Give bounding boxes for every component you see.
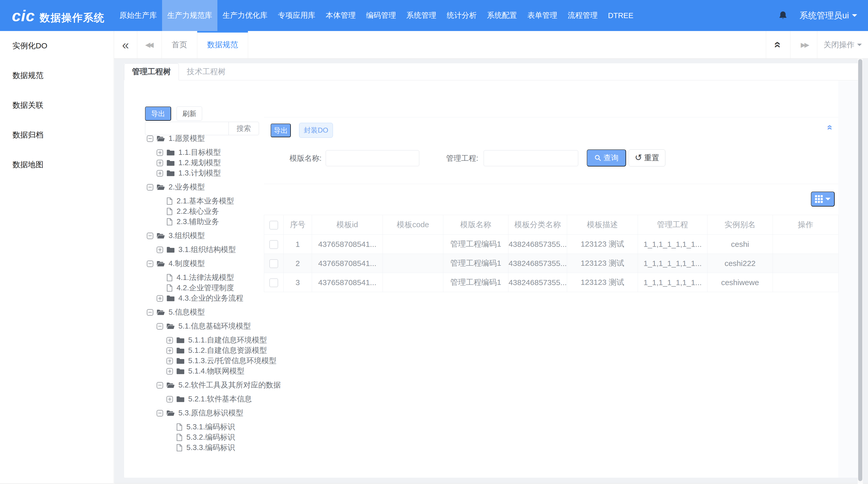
double-arrow-left-icon: ◀◀ <box>145 41 152 49</box>
reset-button[interactable]: ↺ 重置 <box>629 150 665 166</box>
nav-item-11[interactable]: 流程管理 <box>562 0 603 31</box>
management-project-input[interactable] <box>484 150 578 166</box>
select-all-checkbox[interactable] <box>269 221 278 229</box>
close-operations-label: 关闭操作 <box>824 40 855 50</box>
nav-item-3[interactable]: 生产力优化库 <box>217 0 273 31</box>
tree-node[interactable]: 3.组织模型 <box>124 230 264 241</box>
tree-node[interactable]: 5.3.3.编码标识 <box>124 442 264 453</box>
tree-node[interactable]: 2.3.辅助业务 <box>124 217 264 227</box>
tree-node[interactable]: 3.1.组织结构模型 <box>124 245 264 255</box>
row-checkbox[interactable] <box>269 278 278 287</box>
tree-node[interactable]: 5.1.信息基础环境模型 <box>124 321 264 331</box>
table-cell: 437658708541... <box>312 273 383 292</box>
export-button[interactable]: 导出 <box>271 124 291 137</box>
collapse-filters-icon[interactable]: « <box>825 125 835 130</box>
tree-node[interactable]: 1.3.计划模型 <box>124 168 264 178</box>
expand-toggle-icon[interactable] <box>166 368 173 375</box>
user-name: 系统管理员ui <box>799 10 849 21</box>
expand-toggle-icon[interactable] <box>157 160 163 166</box>
tree-node-label: 4.2.企业管理制度 <box>177 283 234 293</box>
expand-toggle-icon[interactable] <box>157 150 163 156</box>
collapse-toggle-icon[interactable] <box>157 410 163 417</box>
sidebar-item-3[interactable]: 数据关联 <box>0 91 114 120</box>
tree-node[interactable]: 5.1.4.物联网模型 <box>124 366 264 376</box>
package-do-button[interactable]: 封装DO <box>299 123 333 138</box>
expand-toggle-icon[interactable] <box>166 337 173 344</box>
tree-node[interactable]: 1.2.规划模型 <box>124 158 264 168</box>
query-button[interactable]: 查询 <box>587 150 626 166</box>
close-operations-menu[interactable]: 关闭操作 <box>817 31 868 59</box>
tree-node[interactable]: 5.1.3.云/托管信息环境模型 <box>124 356 264 366</box>
tree-node[interactable]: 2.业务模型 <box>124 182 264 192</box>
collapse-toggle-icon[interactable] <box>147 135 153 142</box>
tree-node[interactable]: 1.1.目标模型 <box>124 147 264 158</box>
tree-export-button[interactable]: 导出 <box>145 106 171 121</box>
row-checkbox[interactable] <box>269 259 278 268</box>
tree-node[interactable]: 5.3.原信息标识模型 <box>124 408 264 418</box>
expand-toggle-icon[interactable] <box>157 170 163 176</box>
tabs-scroll-left-button[interactable]: ◀◀ <box>137 31 162 59</box>
notification-bell-icon[interactable] <box>778 10 788 21</box>
row-checkbox[interactable] <box>269 240 278 249</box>
nav-item-1[interactable]: 原始生产库 <box>114 0 162 31</box>
tree-node[interactable]: 2.2.核心业务 <box>124 206 264 217</box>
nav-item-2[interactable]: 生产力规范库 <box>162 0 217 31</box>
scrollbar-thumb[interactable] <box>858 59 862 481</box>
table-row: 3437658708541...管理工程编码1438246857355...12… <box>264 273 838 292</box>
tabs-scroll-right-button[interactable]: ▶▶ <box>790 31 817 59</box>
window-scrollbar[interactable] <box>858 59 863 484</box>
table-cell: 1_1,1_1_1,1_1... <box>638 235 707 254</box>
nav-item-4[interactable]: 专项应用库 <box>273 0 321 31</box>
sidebar-item-5[interactable]: 数据地图 <box>0 150 114 180</box>
tree-node[interactable]: 5.信息模型 <box>124 307 264 317</box>
nav-item-10[interactable]: 表单管理 <box>522 0 562 31</box>
nav-item-8[interactable]: 统计分析 <box>442 0 482 31</box>
collapse-toggle-icon[interactable] <box>157 323 163 330</box>
brand-logo[interactable]: cic 数据操作系统 <box>0 7 114 25</box>
tree-node[interactable]: 4.制度模型 <box>124 258 264 269</box>
expand-toggle-icon[interactable] <box>166 347 173 354</box>
card-tab-2[interactable]: 技术工程树 <box>179 63 234 80</box>
tree-node[interactable]: 5.3.2.编码标识 <box>124 432 264 442</box>
nav-item-7[interactable]: 系统管理 <box>401 0 442 31</box>
sidebar-collapse-button[interactable]: « <box>114 31 137 59</box>
expand-toggle-icon[interactable] <box>166 358 173 364</box>
page-tab-2[interactable]: 数据规范 <box>197 31 248 59</box>
nav-item-5[interactable]: 本体管理 <box>321 0 361 31</box>
tree-node[interactable]: 2.1.基本业务模型 <box>124 196 264 206</box>
user-menu[interactable]: 系统管理员ui <box>799 10 857 21</box>
expand-toggle-icon[interactable] <box>157 295 163 302</box>
tree-node-label: 5.3.3.编码标识 <box>186 442 235 453</box>
table-cell: ceshiwewe <box>707 273 773 292</box>
sidebar-item-1[interactable]: 实例化DO <box>0 31 114 61</box>
sidebar-item-2[interactable]: 数据规范 <box>0 61 114 91</box>
nav-item-12[interactable]: DTREE <box>603 0 639 31</box>
collapse-toggle-icon[interactable] <box>147 260 153 267</box>
tree-node[interactable]: 5.2.软件工具及其所对应的数据 <box>124 380 264 390</box>
tree-node[interactable]: 5.3.1.编码标识 <box>124 422 264 432</box>
tree-node[interactable]: 1.愿景模型 <box>124 133 264 144</box>
nav-item-9[interactable]: 系统配置 <box>482 0 522 31</box>
collapse-toggle-icon[interactable] <box>147 309 153 316</box>
tree-node[interactable]: 4.2.企业管理制度 <box>124 283 264 293</box>
expand-toggle-icon[interactable] <box>157 247 163 253</box>
sidebar-item-4[interactable]: 数据归档 <box>0 120 114 150</box>
collapse-toggle-icon[interactable] <box>157 382 163 389</box>
tree-node[interactable]: 5.1.1.自建信息环境模型 <box>124 335 264 345</box>
expand-toggle-icon[interactable] <box>166 396 173 402</box>
scroll-to-top-button[interactable]: « <box>766 31 790 59</box>
cic-logo: cic <box>12 7 35 25</box>
column-settings-button[interactable] <box>811 192 835 206</box>
page-tab-1[interactable]: 首页 <box>162 31 197 59</box>
collapse-toggle-icon[interactable] <box>147 184 153 191</box>
tree-node[interactable]: 5.2.1.软件基本信息 <box>124 394 264 404</box>
tree-node[interactable]: 4.3.企业的业务流程 <box>124 293 264 304</box>
collapse-toggle-icon[interactable] <box>147 233 153 239</box>
card-tab-1[interactable]: 管理工程树 <box>124 63 179 80</box>
app-title: 数据操作系统 <box>40 11 105 25</box>
nav-item-6[interactable]: 编码管理 <box>361 0 401 31</box>
template-name-input[interactable] <box>326 150 419 166</box>
tree-node[interactable]: 4.1.法律法规模型 <box>124 273 264 283</box>
tree-node[interactable]: 5.1.2.自建信息资源模型 <box>124 345 264 356</box>
tree-refresh-button[interactable]: 刷新 <box>177 106 202 121</box>
